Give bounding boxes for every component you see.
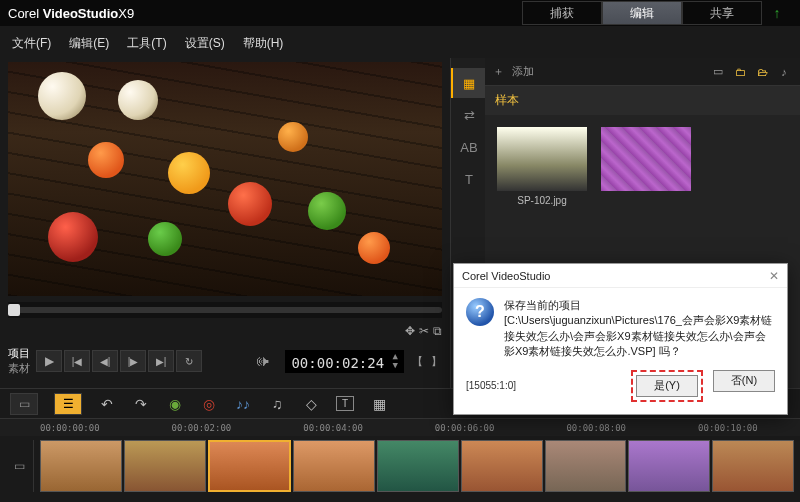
subtitle-icon[interactable]: T: [336, 396, 354, 411]
menu-file[interactable]: 文件(F): [12, 35, 51, 52]
move-tool-icon[interactable]: ✥: [405, 324, 415, 338]
go-end-button[interactable]: ▶|: [148, 350, 174, 372]
lib-tab-title[interactable]: AB: [451, 132, 485, 162]
menu-tools[interactable]: 工具(T): [127, 35, 166, 52]
ruler-mark: 00:00:08:00: [566, 423, 626, 433]
ruler-mark: 00:00:06:00: [435, 423, 495, 433]
menu-help[interactable]: 帮助(H): [243, 35, 284, 52]
thumb-caption: SP-102.jpg: [497, 195, 587, 206]
preview-panel: ✥ ✂ ⧉ 项目 素材 ▶ |◀ ◀| |▶ ▶| ↻ 🕪 00:00:02:2…: [0, 58, 450, 388]
ruler-mark: 00:00:02:00: [172, 423, 232, 433]
titlebar: Corel VideoStudioX9 捕获 编辑 共享 ↑: [0, 0, 800, 26]
lib-tab-text[interactable]: T: [451, 164, 485, 194]
lib-tab-media[interactable]: ▦: [451, 68, 485, 98]
mode-tab-share[interactable]: 共享: [682, 1, 762, 25]
volume-icon[interactable]: 🕪: [255, 353, 269, 369]
timeline-ruler[interactable]: 00:00:00:00 00:00:02:00 00:00:04:00 00:0…: [0, 418, 800, 436]
audio-mixer-icon[interactable]: ♪♪: [234, 396, 252, 412]
loop-button[interactable]: ↻: [176, 350, 202, 372]
prev-frame-button[interactable]: ◀|: [92, 350, 118, 372]
brand-product: VideoStudio: [43, 6, 119, 21]
timeline-clip[interactable]: [712, 440, 794, 492]
timeline-clip[interactable]: [461, 440, 543, 492]
storyboard-view-button[interactable]: ▭: [10, 393, 38, 415]
multi-view-icon[interactable]: ▦: [370, 396, 388, 412]
timeline-clip[interactable]: [628, 440, 710, 492]
mark-out-icon[interactable]: 】: [431, 354, 442, 369]
brand-company: Corel: [8, 6, 39, 21]
preview-video[interactable]: [8, 62, 442, 296]
video-track[interactable]: ▭: [0, 436, 800, 496]
timeline-clip[interactable]: [208, 440, 292, 492]
show-video-icon[interactable]: ▭: [710, 65, 726, 79]
seek-bar[interactable]: [8, 302, 442, 318]
add-folder-icon[interactable]: ＋: [493, 64, 504, 79]
preview-controls: 项目 素材 ▶ |◀ ◀| |▶ ▶| ↻ 🕪 00:00:02:24 ▲▼ 【…: [8, 346, 442, 376]
dialog-yes-button[interactable]: 是(Y): [636, 375, 698, 397]
play-tab-clip[interactable]: 素材: [8, 361, 30, 376]
motion-track-icon[interactable]: ◇: [302, 396, 320, 412]
lib-thumb[interactable]: SP-102.jpg: [497, 127, 587, 206]
timeline-clip[interactable]: [40, 440, 122, 492]
audio-icon[interactable]: ♪: [776, 65, 792, 79]
dialog-title: Corel VideoStudio: [462, 270, 550, 282]
mode-tab-capture[interactable]: 捕获: [522, 1, 602, 25]
timeline-clip[interactable]: [377, 440, 459, 492]
dialog-no-button[interactable]: 否(N): [713, 370, 775, 392]
lib-thumb[interactable]: [601, 127, 691, 206]
lib-folder-sample[interactable]: 样本: [485, 86, 800, 115]
ruler-mark: 00:00:10:00: [698, 423, 758, 433]
dialog-close-button[interactable]: ✕: [769, 269, 779, 283]
menu-settings[interactable]: 设置(S): [185, 35, 225, 52]
timeline-clip[interactable]: [124, 440, 206, 492]
snapshot-icon[interactable]: ⧉: [433, 324, 442, 338]
record-icon[interactable]: ◉: [166, 396, 184, 412]
dialog-heading: 保存当前的项目: [504, 298, 775, 313]
timeline-view-button[interactable]: ☰: [54, 393, 82, 415]
play-tab-project[interactable]: 项目: [8, 346, 30, 361]
dialog-status: [15055:1:0]: [466, 380, 516, 391]
lib-tab-transition[interactable]: ⇄: [451, 100, 485, 130]
upload-icon[interactable]: ↑: [762, 1, 792, 25]
play-button[interactable]: ▶: [36, 350, 62, 372]
timeline-clip[interactable]: [545, 440, 627, 492]
timeline-clip[interactable]: [293, 440, 375, 492]
next-frame-button[interactable]: |▶: [120, 350, 146, 372]
brand-version: X9: [118, 6, 134, 21]
save-project-dialog: Corel VideoStudio ✕ ? 保存当前的项目 [C:\Users\…: [453, 263, 788, 415]
cut-tool-icon[interactable]: ✂: [419, 324, 429, 338]
mark-in-icon[interactable]: 【: [412, 354, 423, 369]
add-label: 添加: [512, 64, 534, 79]
app-brand: Corel VideoStudioX9: [8, 6, 134, 21]
auto-music-icon[interactable]: ♫: [268, 396, 286, 412]
redo-icon[interactable]: ↷: [132, 396, 150, 412]
ruler-mark: 00:00:00:00: [40, 423, 100, 433]
folder-open-icon[interactable]: 🗁: [754, 65, 770, 79]
timecode[interactable]: 00:00:02:24 ▲▼: [285, 350, 404, 373]
disc-icon[interactable]: ◎: [200, 396, 218, 412]
go-start-button[interactable]: |◀: [64, 350, 90, 372]
undo-icon[interactable]: ↶: [98, 396, 116, 412]
folder-icon[interactable]: 🗀: [732, 65, 748, 79]
video-track-icon[interactable]: ▭: [6, 440, 34, 492]
menubar: 文件(F) 编辑(E) 工具(T) 设置(S) 帮助(H): [0, 32, 800, 54]
menu-edit[interactable]: 编辑(E): [69, 35, 109, 52]
mode-tab-edit[interactable]: 编辑: [602, 1, 682, 25]
dialog-body-text: [C:\Users\juguanzixun\Pictures\176_会声会影X…: [504, 313, 775, 359]
ruler-mark: 00:00:04:00: [303, 423, 363, 433]
question-icon: ?: [466, 298, 494, 326]
